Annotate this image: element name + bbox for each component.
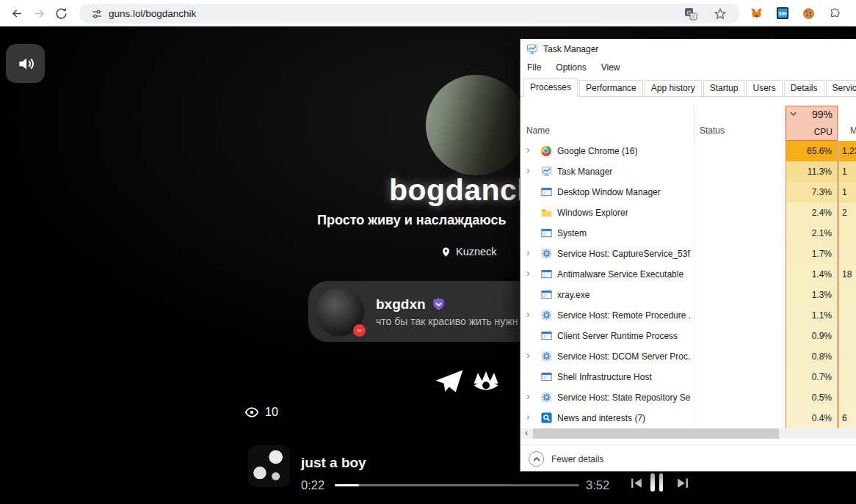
expand-chevron-icon[interactable]: › <box>526 308 530 320</box>
process-row[interactable]: ›Service Host: State Repository Se...0.5… <box>521 387 856 408</box>
extensions-puzzle-icon[interactable] <box>829 7 841 20</box>
previous-track-button[interactable] <box>630 476 644 490</box>
fewer-details-button[interactable]: Fewer details <box>521 445 856 472</box>
process-name: Task Manager <box>557 167 612 177</box>
tab-users[interactable]: Users <box>746 80 782 96</box>
window-icon <box>541 371 552 382</box>
scroll-left-arrow-icon[interactable]: ‹ <box>521 428 532 439</box>
url-text[interactable]: guns.lol/bogdanchik <box>109 8 196 19</box>
site-settings-icon[interactable] <box>91 8 103 20</box>
lashes-eye-icon[interactable] <box>470 366 502 398</box>
metamask-icon[interactable] <box>750 7 763 20</box>
expand-chevron-icon[interactable]: › <box>526 390 530 402</box>
column-divider <box>694 107 694 141</box>
pause-button[interactable] <box>650 473 663 492</box>
scrollbar-thumb[interactable] <box>533 428 779 439</box>
process-memory-value <box>838 326 856 346</box>
window-icon <box>541 330 552 341</box>
player-progress-fill <box>335 484 359 486</box>
process-name: Shell Infrastructure Host <box>557 372 652 382</box>
view-counter: 10 <box>244 405 278 420</box>
track-title: just a boy <box>301 455 366 471</box>
cookie-icon[interactable] <box>802 7 815 20</box>
window-icon <box>541 186 552 197</box>
process-row[interactable]: ›Service Host: Remote Procedure ...1.1% <box>521 305 856 326</box>
cpu-column-label: CPU <box>814 127 833 137</box>
process-cpu-value: 11.3% <box>786 161 838 182</box>
process-row[interactable]: ›xray.exe1.3% <box>521 285 856 305</box>
expand-chevron-icon[interactable]: › <box>526 349 530 361</box>
tab-processes[interactable]: Processes <box>523 78 578 97</box>
expand-chevron-icon[interactable]: › <box>526 267 530 279</box>
menu-options[interactable]: Options <box>556 62 586 73</box>
volume-button[interactable] <box>6 44 45 83</box>
window-title: Task Manager <box>543 44 598 54</box>
card-caption: что бы так красиво жить нужн <box>376 315 518 327</box>
column-header-status[interactable]: Status <box>700 125 725 136</box>
process-row[interactable]: ›Shell Infrastructure Host0.7% <box>521 367 856 387</box>
process-row[interactable]: ›Antimalware Service Executable1.4%18 <box>521 264 856 285</box>
column-header-name[interactable]: Name <box>526 125 550 136</box>
menu-file[interactable]: File <box>527 62 541 73</box>
process-row[interactable]: ›Windows Explorer2.4%2 <box>521 202 856 223</box>
gear-icon <box>541 351 552 362</box>
process-row[interactable]: ›News and interests (7)0.4%6 <box>521 408 856 428</box>
expand-chevron-icon[interactable]: › <box>526 246 530 258</box>
window-icon <box>541 289 552 300</box>
expand-chevron-icon[interactable]: › <box>526 164 530 176</box>
process-row[interactable]: ›Service Host: CaptureService_53f...1.7% <box>521 244 856 264</box>
process-cpu-value: 1.3% <box>786 285 838 305</box>
news-icon <box>541 412 552 423</box>
previous-track-icon <box>630 476 644 490</box>
tab-startup[interactable]: Startup <box>703 80 745 96</box>
process-cpu-value: 2.1% <box>786 223 838 244</box>
translate-icon[interactable]: G文 <box>684 7 697 21</box>
progress-bar[interactable] <box>335 484 579 486</box>
tab-performance[interactable]: Performance <box>579 80 643 96</box>
process-row[interactable]: ›Client Server Runtime Process0.9% <box>521 326 856 346</box>
album-art <box>248 445 290 487</box>
social-links <box>433 366 502 398</box>
bookmark-star-icon[interactable] <box>714 7 727 21</box>
current-time: 0:22 <box>301 478 324 492</box>
process-memory-value <box>838 244 856 264</box>
process-row[interactable]: ›System2.1% <box>521 223 856 244</box>
gear-icon <box>541 310 552 321</box>
process-memory-value <box>838 387 856 408</box>
process-row[interactable]: ›Service Host: DCOM Server Proc...0.8% <box>521 346 856 367</box>
process-cpu-value: 0.9% <box>786 326 838 346</box>
process-memory-value <box>838 305 856 326</box>
address-bar[interactable]: guns.lol/bogdanchik G文 <box>79 4 740 23</box>
sih-extension-icon[interactable]: SIH <box>777 7 788 19</box>
column-header-memory[interactable]: Memory <box>850 125 856 136</box>
tab-app-history[interactable]: App history <box>645 80 702 96</box>
chrome-icon <box>541 145 552 156</box>
process-memory-value: 1,23 <box>838 141 856 161</box>
tab-details[interactable]: Details <box>784 80 824 96</box>
process-memory-value <box>838 346 856 367</box>
tab-services[interactable]: Services <box>826 80 856 96</box>
horizontal-scrollbar[interactable]: ‹ <box>521 428 856 439</box>
cpu-total-percent: 99% <box>812 109 833 120</box>
next-track-button[interactable] <box>675 476 689 490</box>
task-manager-titlebar[interactable]: Task Manager <box>521 39 856 59</box>
forward-button[interactable] <box>28 2 50 24</box>
featured-track-card[interactable]: ∞ bxgdxn что бы так красиво жить нужн <box>308 281 537 342</box>
expand-chevron-icon[interactable]: › <box>526 144 530 156</box>
process-cpu-value: 1.7% <box>786 244 838 264</box>
process-cpu-value: 2.4% <box>786 202 838 223</box>
process-row[interactable]: ›Google Chrome (16)65.6%1,23 <box>521 141 856 161</box>
column-header-cpu[interactable]: 99% CPU <box>786 106 838 141</box>
reload-button[interactable] <box>50 2 72 24</box>
process-row[interactable]: ›Task Manager11.3%1 <box>521 161 856 182</box>
menu-view[interactable]: View <box>601 62 620 73</box>
telegram-icon[interactable] <box>433 366 465 398</box>
location-pin-icon <box>440 246 451 258</box>
process-row[interactable]: ›Desktop Window Manager7.3%1 <box>521 182 856 202</box>
gear-icon <box>541 392 552 403</box>
back-button[interactable] <box>6 2 28 24</box>
extension-toolbar: SIH <box>750 0 841 26</box>
process-name: Client Server Runtime Process <box>557 331 678 341</box>
process-cpu-value: 1.1% <box>786 305 838 326</box>
expand-chevron-icon[interactable]: › <box>526 411 530 423</box>
